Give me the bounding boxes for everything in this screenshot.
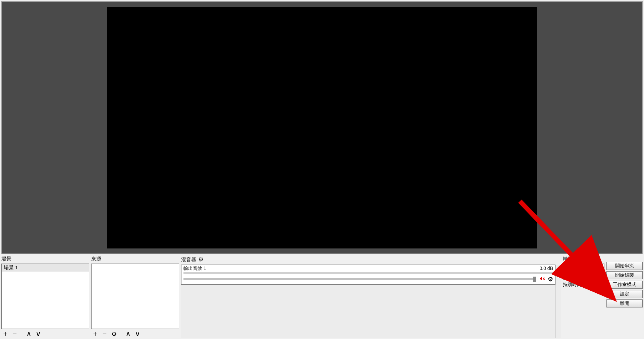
add-source-button[interactable] <box>92 330 99 338</box>
mixer-title: 混音器 <box>181 255 561 265</box>
settings-button[interactable]: 設定 <box>606 290 643 298</box>
controls-column: 開始串流 開始錄製 工作室模式 設定 離開 <box>606 255 643 338</box>
add-scene-button[interactable] <box>2 330 9 338</box>
chevron-down-icon <box>601 265 603 270</box>
mixer-volume-thumb[interactable] <box>533 277 536 282</box>
transition-properties-button[interactable] <box>584 272 594 280</box>
mixer-settings-icon[interactable] <box>198 256 204 263</box>
scenes-panel: 場景 場景 1 <box>1 255 89 338</box>
scene-item[interactable]: 場景 1 <box>2 264 89 272</box>
preview-area <box>1 1 643 254</box>
move-source-down-button[interactable] <box>134 330 141 338</box>
sources-toolbar <box>91 329 179 338</box>
move-scene-up-button[interactable] <box>25 330 32 338</box>
studio-mode-button[interactable]: 工作室模式 <box>606 281 643 289</box>
remove-transition-button[interactable] <box>574 272 583 280</box>
mixer-channel-name: 輸出音效 1 <box>183 266 206 272</box>
exit-button[interactable]: 離開 <box>606 299 643 307</box>
duration-input[interactable] <box>583 281 603 288</box>
channel-settings-icon[interactable] <box>548 276 553 283</box>
preview-canvas[interactable] <box>107 7 537 248</box>
transitions-title: 轉場特效 <box>563 255 604 264</box>
bottom-panels: 場景 場景 1 來源 <box>0 254 644 339</box>
move-source-up-button[interactable] <box>125 330 131 338</box>
mixer-meter <box>183 272 553 274</box>
start-recording-button[interactable]: 開始錄製 <box>606 271 643 279</box>
transition-select[interactable]: 淡入淡出 <box>563 264 604 271</box>
remove-source-button[interactable] <box>101 330 108 338</box>
mixer-channel-level: 0.0 dB <box>540 266 553 272</box>
scenes-toolbar <box>1 329 89 338</box>
add-transition-button[interactable] <box>563 272 572 280</box>
source-properties-button[interactable] <box>111 330 117 338</box>
move-scene-down-button[interactable] <box>35 330 42 338</box>
mixer-channel: 輸出音效 1 0.0 dB <box>181 265 555 285</box>
start-streaming-button[interactable]: 開始串流 <box>606 262 643 270</box>
mixer-volume-slider[interactable] <box>183 278 536 280</box>
duration-label: 持續時間 <box>563 282 582 288</box>
sources-list[interactable] <box>91 264 179 329</box>
transition-selected: 淡入淡出 <box>565 264 583 270</box>
scenes-title: 場景 <box>1 255 89 264</box>
sources-title: 來源 <box>91 255 179 264</box>
mute-icon[interactable] <box>539 276 545 283</box>
scenes-list[interactable]: 場景 1 <box>1 264 89 329</box>
mixer-panel: 混音器 輸出音效 1 0.0 dB <box>181 255 561 338</box>
mixer-title-text: 混音器 <box>181 257 196 263</box>
transitions-panel: 轉場特效 淡入淡出 持續時間 <box>563 255 604 338</box>
mixer-body: 輸出音效 1 0.0 dB <box>181 265 561 338</box>
sources-panel: 來源 <box>91 255 179 338</box>
mixer-scrollbar[interactable] <box>555 265 561 338</box>
remove-scene-button[interactable] <box>11 330 18 338</box>
